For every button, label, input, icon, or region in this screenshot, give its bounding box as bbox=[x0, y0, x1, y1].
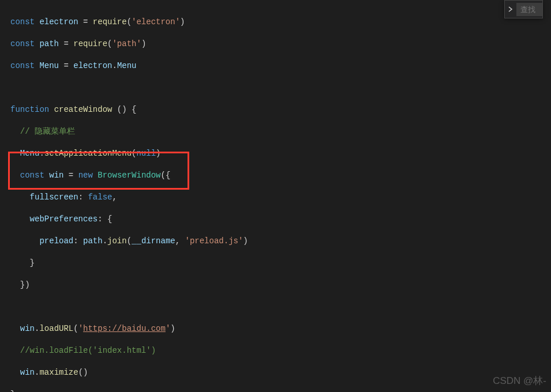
code-line: //win.loadFile('index.html') bbox=[10, 345, 551, 356]
code-line: } bbox=[10, 258, 551, 269]
code-line: win.loadURL('https://baidu.com') bbox=[10, 323, 551, 334]
code-line: preload: path.join(__dirname, 'preload.j… bbox=[10, 236, 551, 247]
code-line bbox=[10, 301, 551, 312]
code-line: Menu.setApplicationMenu(null) bbox=[10, 148, 551, 159]
code-line: win.maximize() bbox=[10, 367, 551, 378]
code-line: function createWindow () { bbox=[10, 104, 551, 115]
code-line: const electron = require('electron') bbox=[10, 17, 551, 28]
expand-find-icon[interactable] bbox=[505, 6, 516, 12]
watermark-text: CSDN @林- bbox=[493, 374, 546, 387]
code-line: fullscreen: false, bbox=[10, 192, 551, 203]
code-line: const Menu = electron.Menu bbox=[10, 61, 551, 71]
code-line: } bbox=[10, 389, 551, 392]
find-input[interactable] bbox=[516, 3, 542, 16]
code-line: // 隐藏菜单栏 bbox=[10, 126, 551, 137]
code-line: const win = new BrowserWindow({ bbox=[10, 170, 551, 181]
find-widget[interactable] bbox=[504, 0, 543, 18]
code-line: }) bbox=[10, 280, 551, 291]
code-line: const path = require('path') bbox=[10, 39, 551, 50]
code-line bbox=[10, 82, 551, 93]
code-line: webPreferences: { bbox=[10, 214, 551, 225]
code-editor[interactable]: const electron = require('electron') con… bbox=[0, 0, 551, 392]
